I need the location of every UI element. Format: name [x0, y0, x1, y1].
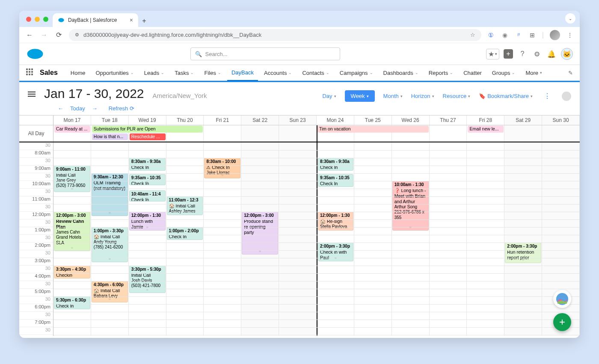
- calendar-event[interactable]: 12:00pm - 3:00Produce stand re-opening p…: [242, 212, 278, 255]
- day-header[interactable]: Sat 29: [504, 115, 542, 125]
- nav-item-campaigns[interactable]: Campaigns⌄: [335, 65, 377, 81]
- add-button[interactable]: +: [504, 49, 513, 59]
- user-avatar[interactable]: 🐱: [561, 48, 573, 60]
- hint-button[interactable]: [562, 92, 571, 101]
- day-column[interactable]: 8:30am - 9:30aCheck In=9:35am - 10:35Che…: [129, 142, 166, 336]
- nav-item-reports[interactable]: Reports⌄: [424, 65, 458, 81]
- today-button[interactable]: Today: [70, 105, 85, 112]
- calendar-event[interactable]: 9:35am - 10:35Check In=: [129, 174, 166, 185]
- day-view-button[interactable]: Day ▾: [322, 93, 336, 99]
- day-header[interactable]: Thu 20: [166, 115, 204, 125]
- extension-1password-icon[interactable]: ①: [487, 31, 495, 39]
- calendar-event[interactable]: 3:30pm - 4:30pCheckin=: [54, 266, 90, 278]
- day-header[interactable]: Tue 18: [91, 115, 129, 125]
- new-tab-button[interactable]: +: [138, 15, 150, 27]
- nav-item-files[interactable]: Files⌄: [200, 65, 225, 81]
- allday-cell[interactable]: [430, 125, 467, 142]
- nav-item-contacts[interactable]: Contacts⌄: [298, 65, 333, 81]
- day-column[interactable]: 9:30am - 12:30OLM Training (not mandator…: [91, 142, 129, 336]
- allday-cell[interactable]: [504, 125, 542, 142]
- maximize-window-button[interactable]: [43, 17, 48, 22]
- global-search-input[interactable]: 🔍 Search...: [190, 47, 340, 60]
- week-view-button[interactable]: Week ▾: [345, 90, 375, 102]
- calendar-event[interactable]: 1:00pm - 3:30p🏠 Initial CallAndy Young(7…: [92, 227, 128, 262]
- tabs-dropdown-button[interactable]: ⌄: [565, 13, 575, 24]
- day-column[interactable]: [430, 142, 467, 336]
- day-header[interactable]: Mon 24: [317, 115, 354, 125]
- day-header[interactable]: Thu 27: [430, 115, 467, 125]
- calendar-event[interactable]: 9:00am - 11:00Initial CallJane Grey(520)…: [54, 166, 90, 192]
- favorites-button[interactable]: ★▾: [486, 49, 499, 59]
- edit-nav-icon[interactable]: ✎: [568, 70, 573, 76]
- setup-gear-icon[interactable]: ⚙: [532, 49, 542, 59]
- resize-handle-icon[interactable]: =: [146, 180, 148, 184]
- dayback-badge-button[interactable]: [553, 290, 571, 308]
- browser-profile-avatar[interactable]: [550, 30, 560, 40]
- day-column[interactable]: 12:00pm - 3:00Produce stand re-opening p…: [241, 142, 279, 336]
- calendar-event[interactable]: 8:30am - 9:30aCheck In=: [129, 158, 166, 171]
- salesforce-logo-icon[interactable]: [26, 48, 44, 60]
- add-event-button[interactable]: +: [553, 313, 571, 331]
- allday-event[interactable]: Tim on vacation: [317, 126, 429, 133]
- day-header[interactable]: Fri 28: [467, 115, 504, 125]
- nav-item-dayback[interactable]: DayBack: [227, 65, 258, 81]
- day-column[interactable]: [354, 142, 392, 336]
- calendar-event[interactable]: 5:30pm - 6:30pCheck In=: [54, 296, 90, 309]
- site-info-icon[interactable]: ⚙: [75, 32, 79, 38]
- resize-handle-icon[interactable]: =: [146, 287, 148, 292]
- day-header[interactable]: Tue 25: [354, 115, 392, 125]
- extensions-icon[interactable]: ⊞: [528, 31, 536, 39]
- nav-item-more[interactable]: More▾: [521, 65, 546, 81]
- day-header[interactable]: Wed 19: [129, 115, 166, 125]
- sidebar-toggle-icon[interactable]: [28, 90, 36, 98]
- horizon-view-button[interactable]: Horizon ▾: [411, 93, 434, 99]
- nav-item-groups[interactable]: Groups⌄: [488, 65, 520, 81]
- calendar-event[interactable]: 12:00pm - 1:30🏠 Re-signStella Pavlova=: [318, 212, 353, 231]
- nav-item-tasks[interactable]: Tasks⌄: [170, 65, 198, 81]
- resize-handle-icon[interactable]: =: [335, 181, 337, 186]
- next-button[interactable]: →: [92, 105, 98, 112]
- close-window-button[interactable]: [26, 17, 31, 22]
- minimize-window-button[interactable]: [35, 17, 40, 22]
- calendar-event[interactable]: 2:00pm - 3:30pCheck in with Paul=: [318, 243, 353, 261]
- allday-cell[interactable]: [279, 125, 317, 142]
- calendar-event[interactable]: 8:30am - 9:30aCheck In=: [318, 158, 353, 171]
- allday-cell[interactable]: [542, 125, 580, 142]
- day-header[interactable]: Sun 23: [279, 115, 317, 125]
- extension-icon[interactable]: 〃: [515, 31, 522, 39]
- nav-item-chatter[interactable]: Chatter: [459, 65, 486, 81]
- nav-item-accounts[interactable]: Accounts⌄: [260, 65, 296, 81]
- day-column[interactable]: [279, 142, 317, 336]
- calendar-event[interactable]: 4:30pm - 6:00p🏠 Initial CallBabara Levy=: [92, 281, 128, 302]
- day-column[interactable]: 11:00am - 12:3🏠 Initial CallAshley James…: [166, 142, 204, 336]
- allday-cell[interactable]: [204, 125, 241, 142]
- allday-event[interactable]: Email new le...: [468, 126, 504, 133]
- more-options-icon[interactable]: ⋮: [541, 92, 553, 100]
- day-column[interactable]: 8:30am - 10:00⚠ Check InJake Llorrac=: [204, 142, 241, 336]
- calendar-event[interactable]: 11:00am - 12:3🏠 Initial CallAshley James…: [167, 196, 203, 215]
- nav-item-leads[interactable]: Leads⌄: [140, 65, 169, 81]
- bookmark-star-icon[interactable]: ☆: [470, 32, 475, 38]
- day-column[interactable]: [467, 142, 504, 336]
- resize-handle-icon[interactable]: =: [71, 246, 73, 250]
- day-header[interactable]: Sun 30: [542, 115, 580, 125]
- resize-handle-icon[interactable]: =: [109, 297, 111, 302]
- calendar-event[interactable]: 12:00pm - 1:30Lunch with Jamie=: [129, 212, 166, 231]
- bookmark-share-button[interactable]: 🔖Bookmark/Share ▾: [479, 93, 533, 99]
- calendar-event[interactable]: 9:30am - 12:30OLM Training (not mandator…: [92, 173, 128, 216]
- day-header[interactable]: Mon 17: [53, 115, 91, 125]
- day-column[interactable]: 10:00am - 1:30❓ Long lunch - Meet with B…: [392, 142, 430, 336]
- day-column[interactable]: 2:00pm - 3:30pRun retention report prior…: [504, 142, 542, 336]
- url-input[interactable]: ⚙ d36000000ojiyeay-dev-ed.lightning.forc…: [69, 29, 481, 41]
- day-header[interactable]: Wed 26: [392, 115, 430, 125]
- days-grid[interactable]: 9:00am - 11:00Initial CallJane Grey(520)…: [53, 142, 580, 336]
- allday-event[interactable]: Reschedule ...: [130, 133, 166, 140]
- reload-button[interactable]: ⟳: [54, 31, 63, 39]
- browser-tab[interactable]: DayBack | Salesforce ×: [53, 13, 138, 27]
- nav-item-home[interactable]: Home: [66, 65, 90, 81]
- resource-view-button[interactable]: Resource ▾: [443, 93, 471, 99]
- calendar-event[interactable]: 1:00pm - 2:00pCheck In=: [167, 227, 203, 240]
- resize-handle-icon[interactable]: =: [109, 257, 111, 261]
- month-view-button[interactable]: Month ▾: [383, 93, 403, 99]
- calendar-event[interactable]: 8:30am - 10:00⚠ Check InJake Llorrac=: [204, 158, 240, 178]
